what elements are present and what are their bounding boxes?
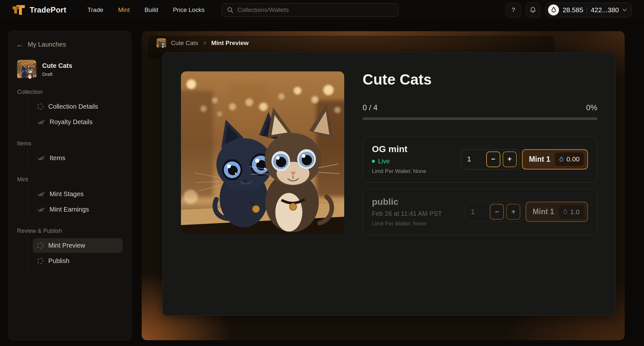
double-check-icon <box>37 207 45 212</box>
quantity-input[interactable] <box>467 155 484 163</box>
wallet-address: 422...380 <box>591 6 619 14</box>
section-mint-items: Mint Stages Mint Earnings <box>27 186 123 218</box>
section-title-collection: Collection <box>17 89 123 96</box>
sidebar-item-label: Publish <box>48 257 70 265</box>
mint-price-value: 0.00 <box>566 155 580 163</box>
nav-mint[interactable]: Mint <box>118 6 130 14</box>
quantity-input[interactable] <box>471 208 488 216</box>
quantity-decrease-button[interactable]: − <box>490 204 504 220</box>
nav-price-locks[interactable]: Price Locks <box>173 6 204 14</box>
stage-schedule: Feb 26 at 11:41 AM PST <box>372 210 442 217</box>
pending-circle-icon <box>37 258 43 264</box>
stage-og-info: OG mint Live Limit Per Wallet: None <box>372 144 426 175</box>
chevron-down-icon <box>622 9 627 12</box>
mint-button-label: Mint 1 <box>529 155 550 164</box>
wallet-balance: 28.585 <box>563 6 583 14</box>
notifications-button[interactable] <box>526 3 540 17</box>
section-title-mint: Mint <box>17 176 123 183</box>
stage-og-mint: OG mint Live Limit Per Wallet: None − + <box>363 136 597 183</box>
mint-price-value: 1.0 <box>570 208 580 216</box>
quantity-stepper: − + <box>461 149 519 169</box>
live-label: Live <box>378 158 390 165</box>
stage-name: public <box>372 197 442 207</box>
mint-progress-bar <box>363 117 597 120</box>
breadcrumb-separator-icon: > <box>203 40 206 47</box>
breadcrumb-collection-icon <box>156 38 166 48</box>
wallet-menu[interactable]: 28.585 422...380 <box>545 3 632 17</box>
mint-button[interactable]: Mint 1 1.0 <box>526 202 588 222</box>
back-to-my-launches[interactable]: ← My Launches <box>16 41 123 48</box>
pending-circle-icon <box>37 242 43 249</box>
tradeport-logo-icon <box>12 4 26 16</box>
section-items-items: Items <box>27 150 123 167</box>
section-title-review-publish: Review & Publish <box>17 228 123 234</box>
mint-button[interactable]: Mint 1 0.00 <box>522 149 588 169</box>
search-icon <box>227 7 233 13</box>
stage-public: public Feb 26 at 11:41 AM PST Limit Per … <box>363 189 597 235</box>
double-check-icon <box>37 120 45 125</box>
brand-name: TradePort <box>30 5 66 14</box>
section-review-items: Mint Preview Publish <box>27 237 123 269</box>
mint-price: 0.00 <box>555 152 584 166</box>
stage-public-controls: − + Mint 1 1.0 <box>465 202 588 222</box>
double-check-icon <box>37 192 45 197</box>
section-collection-items: Collection Details Royalty Details <box>27 98 123 131</box>
stage-name: OG mint <box>372 144 426 154</box>
sidebar-item-royalty-details[interactable]: Royalty Details <box>33 115 123 129</box>
collection-cover-image <box>181 71 344 234</box>
sidebar-item-publish[interactable]: Publish <box>33 254 123 268</box>
tradeport-app: TradePort Trade Mint Build Price Locks ? <box>0 0 644 346</box>
stage-limit: Limit Per Wallet: None <box>372 168 426 175</box>
search-input[interactable] <box>237 6 393 14</box>
top-navbar: TradePort Trade Mint Build Price Locks ? <box>0 0 644 20</box>
sidebar-item-mint-stages[interactable]: Mint Stages <box>33 187 123 201</box>
stage-status: Live <box>372 158 426 165</box>
mint-button-label: Mint 1 <box>533 207 554 216</box>
quantity-decrease-button[interactable]: − <box>486 151 500 167</box>
quantity-increase-button[interactable]: + <box>506 204 520 220</box>
mint-details-column: Cute Cats 0 / 4 0% OG mint Live <box>363 71 597 296</box>
collection-status-badge: Draft <box>42 71 72 77</box>
collection-name: Cute Cats <box>42 62 72 69</box>
sui-coin-icon <box>548 5 559 15</box>
back-arrow-icon: ← <box>16 41 24 48</box>
live-dot-icon <box>372 160 375 163</box>
launch-sidebar: ← My Launches Cute Cats Draft Collection… <box>8 31 131 341</box>
help-button[interactable]: ? <box>506 3 521 17</box>
sidebar-item-label: Mint Preview <box>48 242 85 249</box>
mint-progress-labels: 0 / 4 0% <box>363 103 597 112</box>
sidebar-item-label: Mint Earnings <box>50 206 89 213</box>
wallet-divider <box>587 6 587 14</box>
global-search[interactable] <box>222 3 399 17</box>
sidebar-item-label: Items <box>50 154 65 162</box>
mint-price: 1.0 <box>559 205 584 219</box>
mint-preview-card: Cute Cats 0 / 4 0% OG mint Live <box>162 52 616 316</box>
collection-summary: Cute Cats Draft <box>17 60 123 79</box>
pending-circle-icon <box>37 104 43 110</box>
breadcrumb-collection[interactable]: Cute Cats <box>171 40 198 47</box>
sidebar-item-items[interactable]: Items <box>33 151 123 165</box>
mint-preview-backdrop: Cute Cats > Mint Preview Cute Cats 0 / 4… <box>142 31 625 340</box>
stage-public-info: public Feb 26 at 11:41 AM PST Limit Per … <box>372 197 442 227</box>
section-title-items: Items <box>17 140 123 147</box>
minted-fraction: 0 / 4 <box>363 103 378 112</box>
minted-percent: 0% <box>586 103 597 112</box>
collection-thumbnail <box>17 60 36 79</box>
sidebar-item-label: Collection Details <box>48 103 98 110</box>
sidebar-item-collection-details[interactable]: Collection Details <box>33 99 123 114</box>
sui-drop-icon <box>559 156 564 162</box>
bell-icon <box>529 6 536 14</box>
quantity-increase-button[interactable]: + <box>503 151 517 167</box>
tradeport-logo[interactable]: TradePort <box>12 4 66 16</box>
breadcrumb-current-page: Mint Preview <box>211 40 249 47</box>
navbar-right: ? 28.585 422...380 <box>506 3 632 17</box>
nav-build[interactable]: Build <box>145 6 158 14</box>
nav-trade[interactable]: Trade <box>88 6 103 14</box>
page-title: Cute Cats <box>363 71 597 88</box>
double-check-icon <box>37 156 45 161</box>
sui-drop-icon <box>563 209 568 215</box>
sidebar-item-mint-preview[interactable]: Mint Preview <box>33 238 123 253</box>
sidebar-item-mint-earnings[interactable]: Mint Earnings <box>33 202 123 217</box>
back-label: My Launches <box>28 41 66 48</box>
breadcrumb: Cute Cats > Mint Preview <box>148 36 555 50</box>
